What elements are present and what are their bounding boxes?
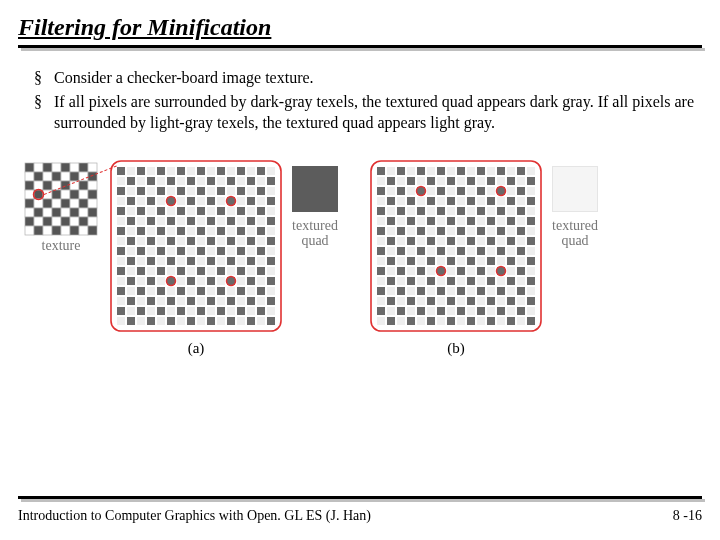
svg-rect-37 bbox=[70, 199, 79, 208]
svg-rect-452 bbox=[517, 237, 525, 245]
svg-rect-314 bbox=[207, 317, 215, 325]
svg-rect-427 bbox=[427, 227, 435, 235]
svg-rect-285 bbox=[237, 297, 245, 305]
svg-rect-307 bbox=[137, 317, 145, 325]
svg-rect-416 bbox=[477, 217, 485, 225]
svg-rect-240 bbox=[267, 267, 275, 275]
svg-rect-289 bbox=[117, 307, 125, 315]
svg-rect-85 bbox=[157, 177, 165, 185]
panel-a-grid bbox=[110, 160, 282, 332]
svg-rect-60 bbox=[61, 226, 70, 235]
svg-rect-236 bbox=[227, 267, 235, 275]
svg-rect-566 bbox=[377, 317, 385, 325]
svg-rect-220 bbox=[227, 257, 235, 265]
svg-rect-526 bbox=[457, 287, 465, 295]
svg-rect-125 bbox=[237, 197, 245, 205]
svg-rect-561 bbox=[487, 307, 495, 315]
svg-rect-433 bbox=[487, 227, 495, 235]
svg-rect-302 bbox=[247, 307, 255, 315]
svg-rect-180 bbox=[147, 237, 155, 245]
svg-rect-547 bbox=[507, 297, 515, 305]
svg-rect-203 bbox=[217, 247, 225, 255]
svg-rect-32 bbox=[25, 199, 34, 208]
svg-rect-187 bbox=[217, 237, 225, 245]
svg-rect-483 bbox=[507, 257, 515, 265]
svg-rect-87 bbox=[177, 177, 185, 185]
svg-rect-127 bbox=[257, 197, 265, 205]
svg-rect-54 bbox=[79, 217, 88, 226]
svg-rect-481 bbox=[487, 257, 495, 265]
svg-rect-347 bbox=[427, 177, 435, 185]
svg-rect-520 bbox=[397, 287, 405, 295]
svg-rect-36 bbox=[61, 199, 70, 208]
svg-rect-194 bbox=[127, 247, 135, 255]
svg-rect-4 bbox=[61, 163, 70, 172]
svg-rect-497 bbox=[487, 267, 495, 275]
svg-rect-361 bbox=[407, 187, 415, 195]
svg-rect-156 bbox=[227, 217, 235, 225]
svg-rect-1 bbox=[34, 163, 43, 172]
svg-rect-476 bbox=[437, 257, 445, 265]
svg-rect-207 bbox=[257, 247, 265, 255]
svg-rect-381 bbox=[447, 197, 455, 205]
svg-rect-145 bbox=[117, 217, 125, 225]
svg-rect-225 bbox=[117, 267, 125, 275]
svg-rect-279 bbox=[177, 297, 185, 305]
svg-rect-310 bbox=[167, 317, 175, 325]
svg-rect-350 bbox=[457, 177, 465, 185]
svg-rect-137 bbox=[197, 207, 205, 215]
bullet-list: Consider a checker-board image texture. … bbox=[28, 67, 702, 134]
svg-rect-262 bbox=[167, 287, 175, 295]
svg-rect-181 bbox=[157, 237, 165, 245]
svg-rect-280 bbox=[187, 297, 195, 305]
svg-rect-351 bbox=[467, 177, 475, 185]
svg-rect-506 bbox=[417, 277, 425, 285]
svg-rect-500 bbox=[517, 267, 525, 275]
svg-rect-224 bbox=[267, 257, 275, 265]
footer-left: Introduction to Computer Graphics with O… bbox=[18, 508, 371, 524]
svg-rect-545 bbox=[487, 297, 495, 305]
svg-rect-308 bbox=[147, 317, 155, 325]
svg-rect-486 bbox=[377, 267, 385, 275]
svg-rect-385 bbox=[487, 197, 495, 205]
svg-rect-417 bbox=[487, 217, 495, 225]
slide-title: Filtering for Minification bbox=[18, 14, 702, 43]
svg-rect-579 bbox=[507, 317, 515, 325]
svg-rect-311 bbox=[177, 317, 185, 325]
svg-rect-81 bbox=[117, 177, 125, 185]
svg-rect-122 bbox=[207, 197, 215, 205]
svg-rect-155 bbox=[217, 217, 225, 225]
svg-rect-312 bbox=[187, 317, 195, 325]
svg-rect-239 bbox=[257, 267, 265, 275]
svg-rect-265 bbox=[197, 287, 205, 295]
svg-rect-345 bbox=[407, 177, 415, 185]
svg-rect-170 bbox=[207, 227, 215, 235]
svg-rect-139 bbox=[217, 207, 225, 215]
svg-rect-502 bbox=[377, 277, 385, 285]
svg-rect-359 bbox=[387, 187, 395, 195]
svg-rect-61 bbox=[70, 226, 79, 235]
svg-rect-301 bbox=[237, 307, 245, 315]
svg-rect-418 bbox=[497, 217, 505, 225]
svg-rect-154 bbox=[207, 217, 215, 225]
svg-rect-388 bbox=[517, 197, 525, 205]
svg-rect-387 bbox=[507, 197, 515, 205]
svg-rect-423 bbox=[387, 227, 395, 235]
svg-rect-379 bbox=[427, 197, 435, 205]
svg-rect-65 bbox=[117, 167, 125, 175]
svg-rect-493 bbox=[447, 267, 455, 275]
svg-rect-401 bbox=[487, 207, 495, 215]
svg-rect-554 bbox=[417, 307, 425, 315]
svg-rect-28 bbox=[61, 190, 70, 199]
svg-rect-328 bbox=[397, 167, 405, 175]
svg-rect-559 bbox=[467, 307, 475, 315]
svg-rect-188 bbox=[227, 237, 235, 245]
svg-rect-410 bbox=[417, 217, 425, 225]
svg-rect-165 bbox=[157, 227, 165, 235]
svg-rect-108 bbox=[227, 187, 235, 195]
svg-rect-101 bbox=[157, 187, 165, 195]
svg-rect-222 bbox=[247, 257, 255, 265]
svg-rect-327 bbox=[387, 167, 395, 175]
svg-rect-256 bbox=[267, 277, 275, 285]
svg-rect-404 bbox=[517, 207, 525, 215]
